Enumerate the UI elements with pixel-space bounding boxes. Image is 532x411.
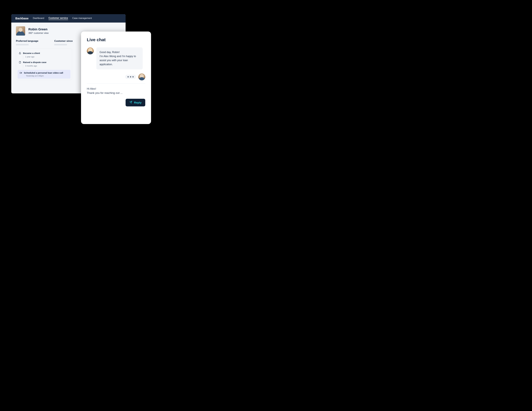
chat-title: Live chat bbox=[87, 37, 145, 42]
svg-rect-0 bbox=[19, 53, 21, 54]
customer-avatar bbox=[16, 26, 25, 36]
timeline-item[interactable]: Became a client 1 year ago bbox=[16, 51, 72, 60]
reply-button-label: Reply bbox=[134, 101, 142, 104]
timeline-time: Yesterday at 3:45pm bbox=[24, 74, 68, 77]
live-chat-panel: Live chat Good day, Robin! I'm Alex Wong… bbox=[81, 32, 151, 124]
agent-message-row: Good day, Robin! I'm Alex Wong and I'm h… bbox=[87, 47, 145, 69]
video-icon bbox=[19, 72, 22, 74]
timeline-item[interactable]: Raised a dispute case 3 months ago bbox=[16, 60, 72, 69]
user-typing-row bbox=[87, 73, 145, 80]
customer-name: Robin Green bbox=[28, 27, 49, 31]
dot-icon bbox=[132, 76, 134, 77]
timeline-card: Became a client 1 year ago Raised a disp… bbox=[16, 49, 72, 80]
meta-value-skeleton bbox=[16, 44, 29, 46]
dot-icon bbox=[130, 76, 131, 77]
meta-label-language: Preferred language bbox=[16, 40, 38, 43]
brand-text: Backbase bbox=[15, 17, 28, 20]
meta-preferred-language: Preferred language bbox=[16, 40, 38, 46]
reply-button[interactable]: Reply bbox=[126, 99, 145, 106]
meta-label-since: Customer since bbox=[54, 40, 73, 43]
svg-rect-1 bbox=[20, 72, 21, 73]
nav-case-management[interactable]: Case management bbox=[72, 17, 92, 20]
nav-customer-service[interactable]: Customer service bbox=[48, 17, 68, 20]
unlock-icon bbox=[19, 52, 21, 55]
user-avatar bbox=[138, 73, 145, 80]
timeline-title: Scheduled a personal loan video call bbox=[24, 72, 63, 74]
meta-value-skeleton bbox=[54, 44, 67, 46]
typing-indicator bbox=[125, 75, 136, 79]
top-nav: Backbase Dashboard Customer service Case… bbox=[11, 14, 126, 23]
reply-draft-input[interactable]: Hi Alex! Thank you for reaching out ... bbox=[87, 87, 145, 95]
agent-message-text: Good day, Robin! I'm Alex Wong and I'm h… bbox=[100, 51, 136, 66]
meta-customer-since: Customer since bbox=[54, 40, 73, 46]
nav-dashboard[interactable]: Dashboard bbox=[33, 17, 44, 20]
customer-subtitle: 360° customer view bbox=[28, 32, 49, 34]
timeline-title: Became a client bbox=[23, 52, 40, 55]
timeline-item-active[interactable]: Scheduled a personal loan video call Yes… bbox=[18, 70, 70, 79]
dot-icon bbox=[127, 76, 129, 77]
divider bbox=[87, 83, 145, 84]
send-icon bbox=[129, 101, 132, 104]
agent-message-bubble: Good day, Robin! I'm Alex Wong and I'm h… bbox=[96, 47, 143, 69]
timeline-time: 3 months ago bbox=[23, 64, 69, 68]
brand-logo: Backbase bbox=[15, 17, 28, 20]
timeline-time: 1 year ago bbox=[23, 55, 69, 59]
file-icon bbox=[19, 61, 21, 64]
agent-avatar bbox=[87, 47, 94, 54]
timeline-title: Raised a dispute case bbox=[23, 61, 47, 64]
